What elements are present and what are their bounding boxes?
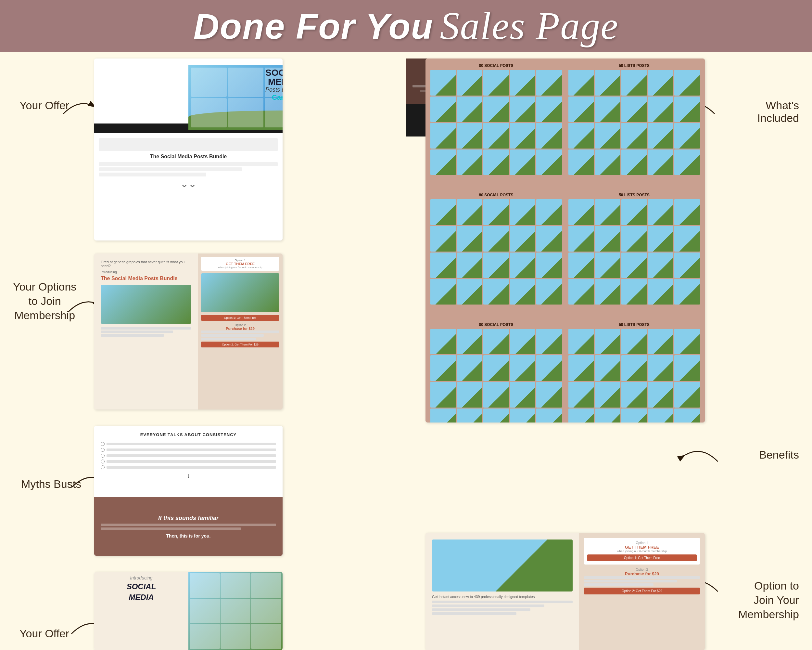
header-title-bold: Done For You (194, 6, 433, 47)
myth-item-1 (101, 442, 276, 446)
myth-circle (101, 465, 105, 469)
lists-posts-3: 50 LISTS POSTS (568, 323, 700, 422)
mem-option1-btn[interactable]: Option 1: Get Them Free (587, 554, 697, 561)
main-content: Your Offer SOCIAL MEDIA Posts Bundle Can… (0, 52, 812, 650)
grid-cell (265, 98, 282, 127)
post-cell (595, 252, 621, 278)
post-cell (510, 226, 536, 252)
lorem-line (584, 580, 677, 583)
post-cell (430, 150, 456, 175)
post-cell (430, 96, 456, 122)
mem-option2-label: Option 2 (584, 568, 700, 571)
post-cell (621, 252, 647, 278)
myths-brown-section: If this sounds familiar Then, this is fo… (94, 497, 282, 556)
mem-option1-sub: when joining our 6-month membership (587, 549, 697, 553)
post-cell (510, 96, 536, 122)
myths-items (101, 442, 276, 469)
arrow-benefits (679, 442, 721, 468)
post-cell (457, 123, 483, 148)
posts-bundle-text: Posts Bundle (188, 86, 282, 93)
post-cell (536, 96, 562, 122)
myth-circle (101, 460, 105, 463)
post-cell (457, 70, 483, 96)
mem-option1-label: Option 1 (587, 541, 697, 545)
post-cell (536, 226, 562, 252)
post-cell (457, 252, 483, 278)
post-cell (648, 252, 674, 278)
post-cell (483, 329, 509, 355)
consistency-title: EVERYONE TALKS ABOUT CONSISTENCY (101, 432, 276, 437)
post-cell (536, 199, 562, 225)
lorem-line (201, 330, 279, 333)
lists-posts-label-1: 50 LISTS POSTS (568, 63, 700, 68)
options-inner: Tired of generic graphics that never qui… (94, 254, 282, 410)
option2-btn[interactable]: Option 2: Get Them For $29 (201, 341, 279, 347)
post-cell (536, 123, 562, 148)
lists-posts-2: 50 LISTS POSTS (568, 193, 700, 304)
grid-section-1: 80 SOCIAL POSTS (426, 58, 705, 185)
post-cell (674, 199, 700, 225)
grid-row-1: 80 SOCIAL POSTS (430, 63, 700, 175)
mem-option2-btn[interactable]: Option 2: Get Them For $29 (584, 587, 700, 595)
post-cell (430, 123, 456, 148)
lorem-line (101, 523, 276, 526)
list-item (432, 601, 572, 603)
post-cell (621, 355, 647, 381)
lists-posts-label-2: 50 LISTS POSTS (568, 193, 700, 197)
post-cell (483, 252, 509, 278)
post-cell (648, 70, 674, 96)
post-cell (621, 96, 647, 122)
social-bottom-inner: Introducing SOCIAL MEDIA (94, 572, 282, 650)
post-cell (648, 226, 674, 252)
post-cell (674, 96, 700, 122)
post-cell (595, 150, 621, 175)
post-cell (536, 279, 562, 304)
post-cell (483, 123, 509, 148)
banner-title-overlay: SOCIAL MEDIA Posts Bundle Canva (188, 68, 282, 102)
post-cell (648, 199, 674, 225)
post-cell (674, 150, 700, 175)
post-cell (568, 70, 594, 96)
post-cell (674, 123, 700, 148)
introducing-label: Introducing (98, 575, 185, 580)
introducing-text: Introducing (101, 271, 191, 274)
lorem-line (201, 334, 264, 337)
list-item (432, 604, 544, 607)
post-cell (621, 279, 647, 304)
post-cell (648, 355, 674, 381)
option1-title: GET THEM FREE (203, 262, 277, 266)
myth-circle (101, 454, 105, 457)
option1-btn[interactable]: Option 1: Get Them Free (201, 315, 279, 321)
grid-cell (221, 599, 251, 623)
myth-circle (101, 442, 105, 446)
header-title: Done For You Sales Page (194, 3, 619, 49)
post-cell (595, 279, 621, 304)
post-cell (430, 199, 456, 225)
bundle-name: The Social Media Posts Bundle (101, 275, 191, 281)
benefits-label: Benefits (759, 448, 799, 461)
option-join-label: Option to Join Your Membership (738, 578, 799, 622)
post-cell (536, 252, 562, 278)
post-cell (568, 355, 594, 381)
post-cell (648, 150, 674, 175)
post-cell (648, 408, 674, 422)
membership-image (432, 540, 572, 592)
mem-option2-title: Purchase for $29 (584, 571, 700, 576)
post-cell (483, 382, 509, 408)
post-cell (510, 199, 536, 225)
post-cell (483, 355, 509, 381)
post-grid-1 (430, 70, 562, 175)
post-grid-4 (568, 199, 700, 304)
grid-row-2: 80 SOCIAL POSTS (430, 193, 700, 304)
grid-posts-mock: 80 SOCIAL POSTS (426, 58, 705, 422)
post-grid-2 (568, 70, 700, 175)
mock-content: The Social Media Posts Bundle ⌄⌄ (94, 133, 282, 196)
lorem-line (201, 338, 256, 340)
then-text: Then, this is for you. (101, 533, 276, 538)
post-grid-6 (568, 329, 700, 422)
post-cell (457, 355, 483, 381)
grid-cell (251, 624, 281, 649)
post-cell (674, 279, 700, 304)
post-cell (595, 329, 621, 355)
post-cell (568, 408, 594, 422)
